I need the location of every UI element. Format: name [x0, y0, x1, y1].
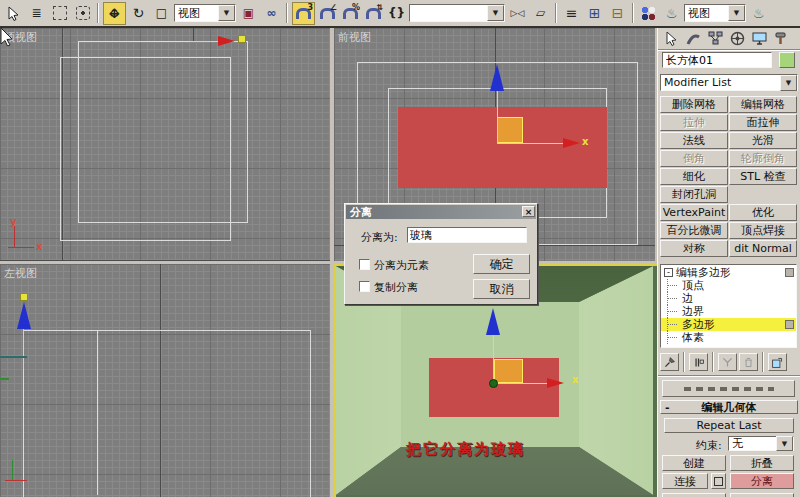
angle-snap-button[interactable]: ∠ — [317, 3, 338, 24]
smooth-button[interactable]: 光滑 — [729, 132, 797, 149]
box-wireframe[interactable] — [60, 57, 231, 241]
constraint-dropdown[interactable]: 无 ▼ — [728, 436, 794, 451]
render-setup-button[interactable]: ♨ — [661, 3, 682, 24]
detach-to-element-checkbox[interactable] — [359, 259, 370, 270]
scale-tool-button[interactable]: □ — [151, 3, 172, 24]
crossing-selection-button[interactable] — [72, 3, 93, 24]
select-tool-button[interactable] — [3, 3, 24, 24]
create-button[interactable]: 创建 — [662, 455, 726, 471]
detach-as-clone-checkbox[interactable] — [359, 281, 370, 292]
normal-button[interactable]: 法线 — [660, 132, 728, 149]
tab-hierarchy[interactable] — [704, 29, 726, 48]
collapse-button[interactable]: 折叠 — [730, 455, 794, 471]
attach-button[interactable]: 连接 — [662, 473, 708, 489]
snap-toggle-3d-button[interactable]: 3 — [292, 2, 315, 25]
bevel-button: 倒角 — [660, 150, 728, 167]
gizmo-z-axis-line — [23, 329, 24, 369]
repeat-last-button[interactable]: Repeat Last — [664, 418, 794, 433]
curve-editor-button[interactable]: ⊞ — [584, 3, 605, 24]
rotate-tool-button[interactable]: ↻ — [128, 3, 149, 24]
ok-button[interactable]: 确定 — [473, 254, 530, 274]
percent-snap-button[interactable]: % — [340, 3, 361, 24]
tab-create[interactable] — [660, 29, 682, 48]
viewport-left[interactable]: 左视图 — [0, 264, 330, 497]
empty-grid-cell — [729, 186, 797, 203]
stack-item-element[interactable]: 体素 — [661, 331, 796, 344]
attach-options-button[interactable] — [711, 473, 726, 489]
x-axis-arrow[interactable] — [218, 36, 235, 46]
sub-object-toggle-icon[interactable] — [785, 320, 794, 329]
quick-render-button[interactable]: ♨ — [748, 3, 769, 24]
edit-geometry-rollout-header[interactable]: - 编辑几何体 — [660, 400, 798, 414]
select-by-name-button[interactable]: ≣ — [26, 3, 47, 24]
material-editor-button[interactable] — [638, 3, 659, 24]
layer-manager-button[interactable]: ≡ — [561, 3, 582, 24]
cancel-button[interactable]: 取消 — [473, 279, 530, 299]
vertex-weld-button[interactable]: 顶点焊接 — [729, 222, 797, 239]
gizmo-y-axis-line — [193, 28, 194, 41]
object-color-swatch[interactable] — [779, 52, 795, 68]
tab-utilities[interactable] — [770, 29, 792, 48]
dropdown-arrow-icon[interactable]: ▼ — [218, 5, 235, 21]
modifier-list-dropdown[interactable]: Modifier List ▼ — [660, 74, 798, 91]
tab-display[interactable] — [748, 29, 770, 48]
optimize-button[interactable]: 优化 — [729, 204, 797, 221]
tab-modify[interactable] — [682, 29, 704, 48]
clipped-button[interactable] — [730, 493, 794, 497]
configure-modifier-sets-button[interactable] — [768, 353, 787, 371]
detach-button[interactable]: 分离 — [730, 473, 794, 489]
tab-motion[interactable] — [726, 29, 748, 48]
dropdown-arrow-icon[interactable]: ▼ — [728, 5, 745, 21]
keyboard-override-button[interactable]: {} — [386, 3, 407, 24]
detach-name-input[interactable] — [407, 227, 527, 243]
sub-object-gizmo[interactable] — [494, 359, 523, 383]
x-axis-arrow[interactable] — [563, 138, 580, 148]
reference-coordinate-dropdown[interactable]: 视图 ▼ — [174, 4, 236, 22]
z-axis-arrow[interactable] — [490, 64, 504, 91]
move-tool-button[interactable]: ↔ ↕ — [103, 2, 126, 25]
select-and-manipulate-button[interactable]: ▣ — [238, 3, 259, 24]
viewport-top[interactable]: 顶视图 x y — [0, 28, 330, 261]
spinner-snap-button[interactable]: ⇅ — [363, 3, 384, 24]
face-extrude-button[interactable]: 面拉伸 — [729, 114, 797, 131]
clipped-button[interactable] — [662, 493, 726, 497]
constraint-value: 无 — [732, 436, 743, 451]
create-arrow-icon — [664, 31, 679, 46]
pin-stack-button[interactable] — [660, 353, 679, 371]
x-axis-arrow[interactable] — [547, 378, 564, 388]
rectangular-selection-region-button[interactable] — [49, 3, 70, 24]
expand-icon[interactable]: - — [664, 268, 673, 277]
object-name-field[interactable] — [662, 52, 772, 68]
mirror-button[interactable]: ▷◁ — [507, 3, 528, 24]
sub-object-gizmo[interactable] — [497, 117, 523, 143]
box-wireframe[interactable] — [23, 330, 311, 497]
edit-mesh-button[interactable]: 编辑网格 — [729, 96, 797, 113]
schematic-view-button[interactable]: ⊟ — [607, 3, 628, 24]
cap-holes-button[interactable]: 封闭孔洞 — [660, 186, 728, 203]
z-axis-arrow[interactable] — [17, 302, 31, 329]
dialog-close-button[interactable]: × — [522, 206, 535, 217]
multires-button[interactable]: 百分比微调 — [660, 222, 728, 239]
tree-branch — [667, 318, 680, 331]
modifier-toggle-icon[interactable] — [785, 268, 794, 277]
tessellate-button[interactable]: 细化 — [660, 168, 728, 185]
select-and-link-button[interactable]: ∞ — [261, 3, 282, 24]
named-selection-dropdown[interactable]: ▼ — [409, 4, 505, 22]
symmetry-button[interactable]: 对称 — [660, 240, 728, 257]
link-icon: ∞ — [267, 6, 277, 20]
dropdown-arrow-icon[interactable]: ▼ — [776, 436, 793, 451]
vertexpaint-button[interactable]: VertexPaint — [660, 204, 728, 221]
stl-check-button[interactable]: STL 检查 — [729, 168, 797, 185]
dialog-title-bar[interactable]: 分离 — [346, 205, 536, 219]
dropdown-arrow-icon[interactable]: ▼ — [487, 5, 504, 21]
clipped-rollout-button[interactable] — [662, 380, 795, 397]
edit-normal-button[interactable]: dit Normal — [729, 240, 797, 257]
dropdown-arrow-icon[interactable]: ▼ — [780, 75, 797, 91]
render-type-dropdown[interactable]: 视图 ▼ — [684, 4, 746, 22]
show-end-result-button[interactable] — [689, 353, 708, 371]
button-label: 优化 — [752, 205, 774, 220]
move-icon-glyph: ↕ — [107, 6, 122, 21]
z-axis-arrow[interactable] — [486, 308, 500, 335]
delete-mesh-button[interactable]: 删除网格 — [660, 96, 728, 113]
align-button[interactable]: ▱ — [530, 3, 551, 24]
